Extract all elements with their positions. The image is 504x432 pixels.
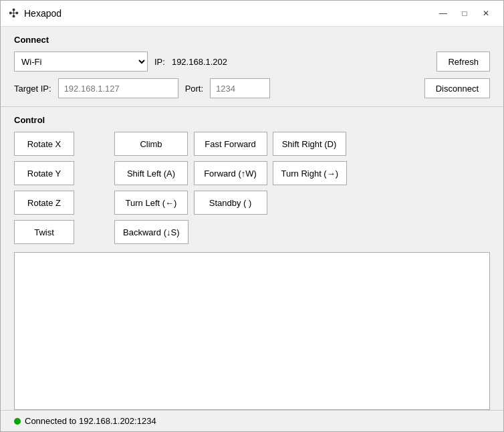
target-ip-label: Target IP: [14,84,51,94]
turn-left-button[interactable]: Turn Left (←) [114,191,188,215]
minimize-button[interactable]: — [434,7,453,20]
port-input[interactable] [210,78,270,98]
close-button[interactable]: ✕ [477,7,495,20]
status-dot [14,418,21,425]
main-window: ✣ Hexapod — □ ✕ Connect Wi-Fi IP: 192.16… [0,0,504,432]
status-text: Connected to 192.168.1.202:1234 [25,416,156,426]
rotate-z-button[interactable]: Rotate Z [14,191,74,215]
target-ip-input[interactable] [58,78,178,98]
target-row: Target IP: Port: Disconnect [14,78,490,98]
wifi-row: Wi-Fi IP: 192.168.1.202 Refresh [14,51,490,72]
forward-button[interactable]: Forward (↑W) [194,161,267,185]
control-label: Control [14,115,490,125]
content-area: Connect Wi-Fi IP: 192.168.1.202 Refresh … [1,27,503,431]
movement-columns: Climb Shift Left (A) Turn Left (←) Backw… [114,132,490,244]
maximize-button[interactable]: □ [455,7,474,20]
port-label: Port: [185,84,203,94]
rotate-y-button[interactable]: Rotate Y [14,161,74,185]
twist-button[interactable]: Twist [14,220,74,244]
rotate-column: Rotate X Rotate Y Rotate Z Twist [14,132,74,244]
control-grid: Rotate X Rotate Y Rotate Z Twist Climb S… [14,132,490,244]
middle-column: Climb Shift Left (A) Turn Left (←) Backw… [114,132,188,244]
window-icon: ✣ [9,6,19,21]
climb-button[interactable]: Climb [114,132,188,156]
ip-label: IP: [154,57,165,67]
disconnect-button[interactable]: Disconnect [424,78,490,98]
status-bar: Connected to 192.168.1.202:1234 [1,410,503,431]
refresh-button[interactable]: Refresh [436,51,490,72]
log-area [14,252,490,410]
shift-right-button[interactable]: Shift Right (D) [273,132,346,156]
window-title: Hexapod [24,8,428,19]
wifi-dropdown[interactable]: Wi-Fi [14,51,148,72]
right-column-1: Fast Forward Forward (↑W) Standby ( ) [194,132,267,244]
right-column-2: Shift Right (D) Turn Right (→) [273,132,347,244]
connect-label: Connect [14,35,490,45]
connect-section: Connect Wi-Fi IP: 192.168.1.202 Refresh … [1,27,503,107]
standby-button[interactable]: Standby ( ) [194,191,267,215]
fast-forward-button[interactable]: Fast Forward [194,132,267,156]
window-controls: — □ ✕ [434,7,495,20]
backward-button[interactable]: Backward (↓S) [114,220,188,244]
rotate-x-button[interactable]: Rotate X [14,132,74,156]
control-section: Control Rotate X Rotate Y Rotate Z Twist… [1,107,503,252]
title-bar: ✣ Hexapod — □ ✕ [1,1,503,27]
ip-value: 192.168.1.202 [172,57,227,67]
turn-right-button[interactable]: Turn Right (→) [273,161,347,185]
shift-left-button[interactable]: Shift Left (A) [114,161,188,185]
